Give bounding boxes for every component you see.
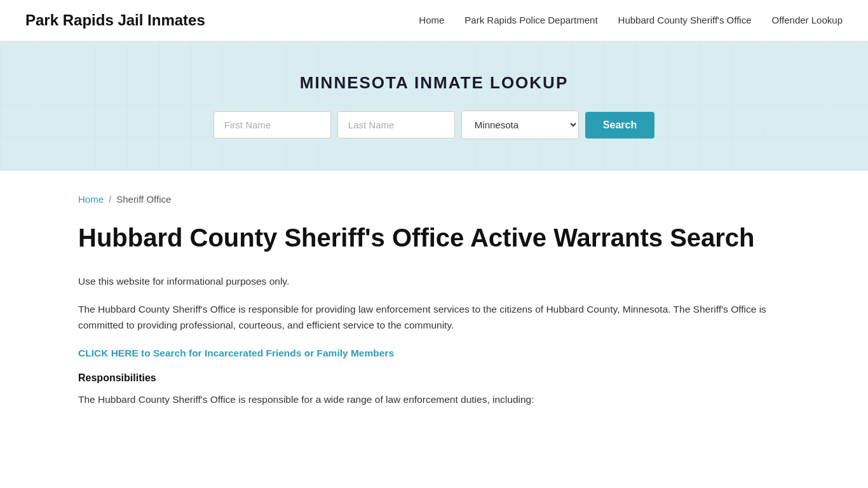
breadcrumb-separator: /: [109, 194, 111, 205]
first-name-input[interactable]: [214, 111, 331, 139]
breadcrumb: Home / Sheriff Office: [78, 194, 790, 205]
nav-police-dept[interactable]: Park Rapids Police Department: [465, 15, 597, 25]
last-name-input[interactable]: [337, 111, 455, 139]
state-select[interactable]: Minnesota Wisconsin Iowa North Dakota So…: [461, 111, 579, 139]
nav-home[interactable]: Home: [419, 15, 444, 25]
search-button[interactable]: Search: [585, 112, 654, 139]
responsibilities-heading: Responsibilities: [78, 372, 790, 384]
main-content: Home / Sheriff Office Hubbard County She…: [53, 171, 815, 458]
main-nav: Home Park Rapids Police Department Hubba…: [419, 15, 843, 26]
hero-banner: MINNESOTA INMATE LOOKUP Minnesota Wiscon…: [0, 41, 868, 171]
nav-sheriff-office[interactable]: Hubbard County Sheriff's Office: [618, 15, 752, 25]
intro-paragraph-1: Use this website for informational purpo…: [78, 273, 777, 290]
breadcrumb-home[interactable]: Home: [78, 194, 104, 205]
page-title: Hubbard County Sheriff's Office Active W…: [78, 222, 790, 253]
incarcerated-search-link[interactable]: CLICK HERE to Search for Incarcerated Fr…: [78, 348, 394, 358]
breadcrumb-current: Sheriff Office: [116, 194, 171, 205]
hero-heading: MINNESOTA INMATE LOOKUP: [13, 73, 855, 93]
click-here-paragraph: CLICK HERE to Search for Incarcerated Fr…: [78, 345, 777, 362]
responsibilities-intro: The Hubbard County Sheriff's Office is r…: [78, 391, 777, 408]
intro-paragraph-2: The Hubbard County Sheriff's Office is r…: [78, 301, 777, 334]
nav-offender-lookup[interactable]: Offender Lookup: [772, 15, 843, 25]
inmate-search-form: Minnesota Wisconsin Iowa North Dakota So…: [13, 111, 855, 139]
site-header: Park Rapids Jail Inmates Home Park Rapid…: [0, 0, 868, 41]
site-logo[interactable]: Park Rapids Jail Inmates: [25, 11, 205, 29]
